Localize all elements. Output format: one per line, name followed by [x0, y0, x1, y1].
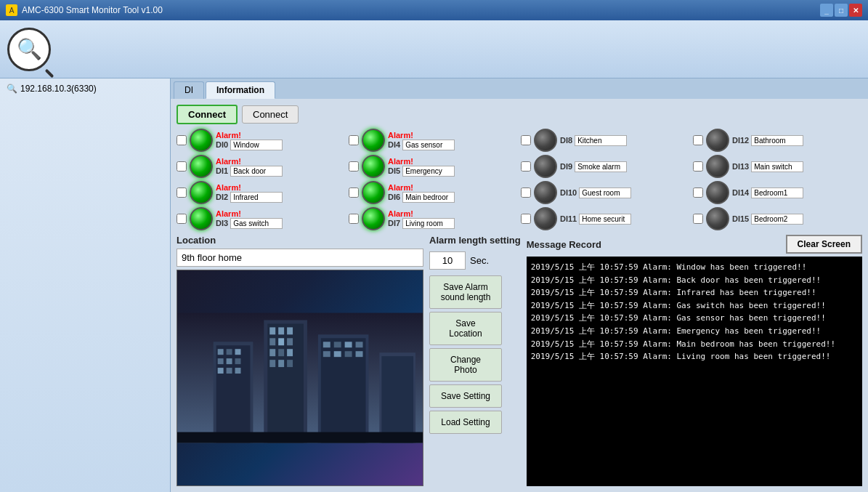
di-info-di6: Alarm!DI6	[388, 183, 455, 203]
di-id-di12: DI12	[732, 136, 749, 145]
svg-rect-25	[235, 368, 241, 374]
di-name-input-di6[interactable]	[402, 192, 455, 203]
maximize-button[interactable]: □	[835, 4, 848, 17]
sidebar-device-label: 192.168.10.3(6330)	[20, 84, 97, 94]
load-setting-button[interactable]: Load Setting	[429, 411, 502, 434]
di-checkbox-di10[interactable]	[521, 187, 531, 198]
svg-rect-30	[345, 342, 352, 347]
alarm-label-di3: Alarm!	[216, 209, 283, 218]
led-di1	[190, 155, 213, 178]
di-checkbox-di11[interactable]	[521, 214, 531, 224]
alarm-value-input[interactable]	[429, 251, 466, 270]
di-info-di2: Alarm!DI2	[216, 183, 283, 203]
di-info-di15: DI15	[732, 214, 803, 225]
led-di14	[706, 181, 729, 204]
di-id-di5: DI5	[388, 166, 400, 175]
svg-rect-8	[287, 338, 293, 345]
svg-rect-12	[269, 360, 275, 367]
di-name-input-di12[interactable]	[751, 135, 803, 146]
di-id-di14: DI14	[732, 188, 749, 197]
svg-rect-14	[287, 360, 293, 367]
di-checkbox-di2[interactable]	[177, 187, 187, 198]
di-name-input-di3[interactable]	[230, 218, 283, 229]
minimize-button[interactable]: _	[820, 4, 833, 17]
save-setting-button[interactable]: Save Setting	[429, 384, 502, 408]
alarm-label-di2: Alarm!	[216, 183, 283, 192]
di-row-di2: Alarm!DI2	[177, 181, 346, 204]
di-checkbox-di0[interactable]	[177, 135, 187, 145]
di-checkbox-di12[interactable]	[693, 135, 703, 145]
di-checkbox-di15[interactable]	[693, 214, 703, 224]
tab-information[interactable]: Information	[206, 81, 275, 99]
location-input[interactable]	[177, 249, 423, 267]
search-icon[interactable]: 🔍	[7, 28, 51, 71]
svg-rect-3	[269, 327, 275, 334]
di-name-input-di7[interactable]	[402, 218, 455, 229]
di-checkbox-di9[interactable]	[521, 161, 531, 172]
svg-rect-17	[218, 349, 224, 355]
message-line: 2019/5/15 上午 10:57:59 Alarm: Gas sensor …	[531, 312, 858, 325]
di-info-di8: DI8	[560, 135, 627, 146]
sidebar-item-device[interactable]: 🔍 192.168.10.3(6330)	[4, 82, 166, 95]
di-checkbox-di7[interactable]	[349, 214, 359, 224]
led-di2	[190, 181, 213, 204]
di-row-di10: DI10	[521, 181, 690, 204]
svg-rect-4	[278, 327, 284, 334]
di-name-input-di11[interactable]	[579, 214, 631, 225]
title-bar: A AMC-6300 Smart Monitor Tool v1.00 _ □ …	[0, 0, 868, 20]
di-name-input-di8[interactable]	[575, 135, 627, 146]
di-id-di2: DI2	[216, 193, 228, 201]
save-alarm-button[interactable]: Save Alarmsound length	[429, 275, 502, 309]
di-info-di9: DI9	[560, 161, 627, 172]
led-di15	[706, 207, 729, 230]
di-id-di6: DI6	[388, 193, 400, 201]
connect-button-active[interactable]: Connect	[177, 105, 238, 124]
svg-rect-10	[278, 349, 284, 356]
close-button[interactable]: ✕	[849, 4, 862, 17]
di-info-di7: Alarm!DI7	[388, 209, 455, 229]
message-section: Message Record Clear Screen 2019/5/15 上午…	[527, 235, 862, 486]
di-name-input-di5[interactable]	[402, 166, 455, 177]
di-row-di8: DI8	[521, 129, 690, 152]
di-row-di0: Alarm!DI0	[177, 129, 346, 152]
svg-rect-23	[218, 368, 224, 374]
svg-rect-28	[323, 342, 330, 347]
di-id-di4: DI4	[388, 140, 400, 149]
di-checkbox-di8[interactable]	[521, 135, 531, 145]
di-name-input-di10[interactable]	[579, 187, 631, 198]
di-checkbox-di13[interactable]	[693, 161, 703, 172]
message-line: 2019/5/15 上午 10:57:59 Alarm: Gas switch …	[531, 299, 858, 312]
clear-screen-button[interactable]: Clear Screen	[786, 235, 862, 254]
alarm-actions-section: Alarm length setting Sec. Save Alarmsoun…	[429, 235, 521, 486]
di-name-input-di1[interactable]	[230, 166, 283, 177]
di-checkbox-di1[interactable]	[177, 161, 187, 172]
di-row-di4: Alarm!DI4	[349, 129, 518, 152]
svg-rect-34	[345, 351, 352, 357]
di-name-input-di4[interactable]	[402, 140, 455, 150]
di-name-input-di9[interactable]	[575, 161, 627, 172]
alarm-label-di7: Alarm!	[388, 209, 455, 218]
di-name-input-di13[interactable]	[751, 161, 803, 172]
di-name-input-di14[interactable]	[751, 187, 803, 198]
di-checkbox-di3[interactable]	[177, 214, 187, 224]
di-checkbox-di6[interactable]	[349, 187, 359, 198]
svg-rect-18	[227, 349, 232, 355]
di-info-di12: DI12	[732, 135, 803, 146]
di-info-di1: Alarm!DI1	[216, 157, 283, 177]
di-name-input-di15[interactable]	[751, 214, 803, 225]
change-photo-button[interactable]: ChangePhoto	[429, 348, 502, 382]
led-di3	[190, 207, 213, 230]
di-name-input-di0[interactable]	[230, 140, 283, 150]
di-checkbox-di5[interactable]	[349, 161, 359, 172]
di-checkbox-di14[interactable]	[693, 187, 703, 198]
connect-button[interactable]: Connect	[242, 105, 299, 124]
di-checkbox-di4[interactable]	[349, 135, 359, 145]
di-info-di13: DI13	[732, 161, 803, 172]
tab-di[interactable]: DI	[174, 81, 204, 99]
toolbar: 🔍	[0, 20, 868, 78]
tab-bar: DI Information	[171, 78, 868, 99]
svg-rect-35	[356, 351, 363, 357]
di-name-input-di2[interactable]	[230, 192, 283, 203]
save-location-button[interactable]: SaveLocation	[429, 312, 502, 345]
di-info-di0: Alarm!DI0	[216, 131, 283, 150]
